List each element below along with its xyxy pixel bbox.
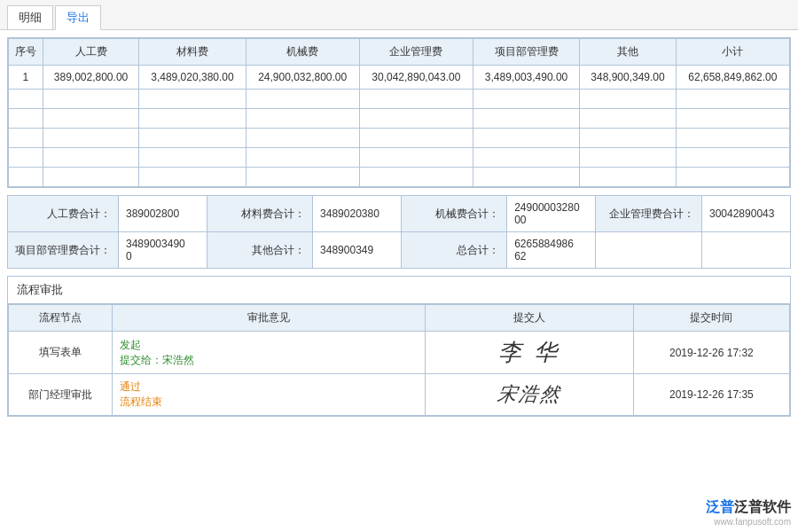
approval-node-1: 填写表单 — [9, 332, 113, 374]
approval-table: 流程节点 审批意见 提交人 提交时间 填写表单 发起 提交给：宋浩然 李 华 — [8, 304, 790, 416]
col-other: 其他 — [580, 39, 677, 66]
proj-mgmt-total-label: 项目部管理费合计： — [8, 232, 119, 269]
approval-col-opinion: 审批意见 — [113, 305, 425, 332]
empty-cell-1 — [596, 232, 702, 269]
approval-opinion-1: 发起 提交给：宋浩然 — [113, 332, 425, 374]
grand-total-value: 626588498662 — [507, 232, 596, 269]
approval-col-node: 流程节点 — [9, 305, 113, 332]
cell-machine: 24,900,032,800.00 — [246, 66, 359, 90]
cell-mgmt: 30,042,890,043.00 — [359, 66, 473, 90]
approval-title: 流程审批 — [8, 277, 790, 304]
other-total-label: 其他合计： — [207, 232, 313, 269]
approval-opinion-2: 通过 流程结束 — [113, 374, 425, 416]
summary-row-1: 人工费合计： 389002800 材料费合计： 3489020380 机械费合计… — [8, 196, 791, 232]
summary-row-2: 项目部管理费合计： 34890034900 其他合计： 348900349 总合… — [8, 232, 791, 269]
approval-submitter-2: 宋浩然 — [425, 374, 633, 416]
proj-mgmt-total-value: 34890034900 — [119, 232, 207, 269]
col-machine: 机械费 — [246, 39, 359, 66]
col-seq: 序号 — [9, 39, 43, 66]
approval-section: 流程审批 流程节点 审批意见 提交人 提交时间 填写表单 发起 提交给：宋浩然 — [7, 276, 791, 417]
approval-row-2: 部门经理审批 通过 流程结束 宋浩然 2019-12-26 17:35 — [9, 374, 790, 416]
approval-submitter-1: 李 华 — [425, 332, 633, 374]
cell-proj-mgmt: 3,489,003,490.00 — [473, 66, 579, 90]
approval-time-1: 2019-12-26 17:32 — [633, 332, 789, 374]
cost-table: 序号 人工费 材料费 机械费 企业管理费 项目部管理费 其他 小计 1 389,… — [8, 38, 790, 187]
grand-total-label: 总合计： — [402, 232, 507, 269]
material-total-label: 材料费合计： — [207, 196, 313, 232]
material-total-value: 3489020380 — [313, 196, 402, 232]
footer: 泛普泛普软件 www.fanpusoft.com — [706, 498, 791, 527]
cell-labor: 389,002,800.00 — [43, 66, 139, 90]
machine-total-label: 机械费合计： — [402, 196, 507, 232]
mgmt-total-value: 30042890043 — [702, 196, 791, 232]
summary-table: 人工费合计： 389002800 材料费合计： 3489020380 机械费合计… — [7, 195, 791, 269]
col-subtotal: 小计 — [676, 39, 789, 66]
cell-material: 3,489,020,380.00 — [139, 66, 246, 90]
tab-bar: 明细 导出 — [0, 0, 798, 30]
other-total-value: 348900349 — [313, 232, 402, 269]
opinion-sub-2[interactable]: 流程结束 — [120, 395, 162, 408]
empty-row-5 — [9, 168, 790, 187]
col-labor: 人工费 — [43, 39, 139, 66]
opinion-main-1[interactable]: 发起 — [120, 339, 141, 351]
cell-other: 348,900,349.00 — [580, 66, 677, 90]
col-mgmt: 企业管理费 — [359, 39, 473, 66]
approval-node-2: 部门经理审批 — [9, 374, 113, 416]
labor-total-label: 人工费合计： — [8, 196, 119, 232]
tab-export[interactable]: 导出 — [55, 5, 101, 30]
footer-url: www.fanpusoft.com — [706, 517, 791, 527]
labor-total-value: 389002800 — [119, 196, 207, 232]
col-material: 材料费 — [139, 39, 246, 66]
brand-name: 泛普泛普软件 — [706, 498, 791, 517]
cell-seq: 1 — [9, 66, 43, 90]
empty-row-2 — [9, 109, 790, 129]
approval-header-row: 流程节点 审批意见 提交人 提交时间 — [9, 305, 790, 332]
table-header-row: 序号 人工费 材料费 机械费 企业管理费 项目部管理费 其他 小计 — [9, 39, 790, 66]
mgmt-total-label: 企业管理费合计： — [596, 196, 702, 232]
col-proj-mgmt: 项目部管理费 — [473, 39, 579, 66]
opinion-sub-1[interactable]: 提交给：宋浩然 — [120, 354, 194, 366]
data-table-section: 序号 人工费 材料费 机械费 企业管理费 项目部管理费 其他 小计 1 389,… — [7, 37, 791, 188]
approval-col-time: 提交时间 — [633, 305, 789, 332]
signature-1: 李 华 — [433, 337, 626, 368]
empty-row-4 — [9, 148, 790, 168]
brand-icon: 泛普 — [706, 499, 734, 514]
approval-col-submitter: 提交人 — [425, 305, 633, 332]
cell-subtotal: 62,658,849,862.00 — [676, 66, 789, 90]
tab-mingxi[interactable]: 明细 — [7, 5, 53, 29]
main-content: 序号 人工费 材料费 机械费 企业管理费 项目部管理费 其他 小计 1 389,… — [0, 37, 798, 417]
approval-time-2: 2019-12-26 17:35 — [633, 374, 789, 416]
approval-row-1: 填写表单 发起 提交给：宋浩然 李 华 2019-12-26 17:32 — [9, 332, 790, 374]
empty-cell-2 — [702, 232, 791, 269]
opinion-main-2[interactable]: 通过 — [120, 380, 141, 393]
signature-2: 宋浩然 — [496, 381, 563, 408]
brand-text: 泛普软件 — [734, 499, 791, 514]
empty-row-3 — [9, 129, 790, 148]
table-row: 1 389,002,800.00 3,489,020,380.00 24,900… — [9, 66, 790, 90]
machine-total-value: 2490000328000 — [507, 196, 596, 232]
empty-row-1 — [9, 90, 790, 109]
